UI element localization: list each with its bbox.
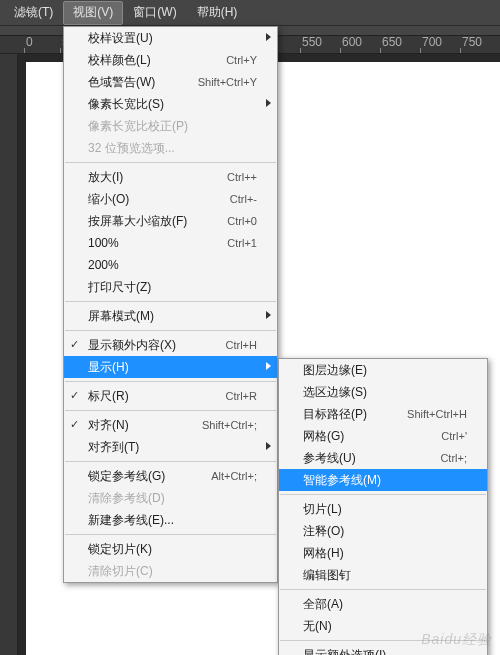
menu-item-label: 放大(I): [88, 169, 217, 186]
view-menu-item[interactable]: 屏幕模式(M): [64, 305, 277, 327]
menu-item-label: 校样设置(U): [88, 30, 257, 47]
view-menu-item[interactable]: 校样颜色(L)Ctrl+Y: [64, 49, 277, 71]
chevron-right-icon: [266, 33, 271, 41]
separator: [65, 330, 276, 331]
view-menu-item[interactable]: 像素长宽比(S): [64, 93, 277, 115]
menu-item-label: 参考线(U): [303, 450, 430, 467]
separator: [65, 381, 276, 382]
view-menu-item[interactable]: 缩小(O)Ctrl+-: [64, 188, 277, 210]
view-menu-item[interactable]: 200%: [64, 254, 277, 276]
view-menu-item[interactable]: ✓对齐(N)Shift+Ctrl+;: [64, 414, 277, 436]
show-menu-item[interactable]: 选区边缘(S): [279, 381, 487, 403]
view-menu-item[interactable]: 对齐到(T): [64, 436, 277, 458]
menu-help[interactable]: 帮助(H): [187, 1, 248, 25]
menu-item-label: 注释(O): [303, 523, 467, 540]
menu-item-label: 显示(H): [88, 359, 257, 376]
shortcut-label: Ctrl+': [441, 430, 467, 442]
menu-item-label: 200%: [88, 258, 257, 272]
menu-item-label: 打印尺寸(Z): [88, 279, 257, 296]
shortcut-label: Ctrl++: [227, 171, 257, 183]
shortcut-label: Ctrl+0: [227, 215, 257, 227]
menu-item-label: 锁定切片(K): [88, 541, 257, 558]
menu-item-label: 锁定参考线(G): [88, 468, 201, 485]
menu-view[interactable]: 视图(V): [63, 1, 123, 25]
menu-item-label: 清除切片(C): [88, 563, 257, 580]
show-menu-item[interactable]: 目标路径(P)Shift+Ctrl+H: [279, 403, 487, 425]
view-menu-item[interactable]: ✓显示额外内容(X)Ctrl+H: [64, 334, 277, 356]
view-menu-item[interactable]: 新建参考线(E)...: [64, 509, 277, 531]
chevron-right-icon: [266, 99, 271, 107]
show-menu-item[interactable]: 参考线(U)Ctrl+;: [279, 447, 487, 469]
ruler-vertical: [0, 54, 18, 655]
separator: [65, 162, 276, 163]
view-menu-item[interactable]: 100%Ctrl+1: [64, 232, 277, 254]
chevron-right-icon: [266, 311, 271, 319]
menu-item-label: 按屏幕大小缩放(F): [88, 213, 217, 230]
view-menu-item[interactable]: 打印尺寸(Z): [64, 276, 277, 298]
show-menu-item[interactable]: 智能参考线(M): [279, 469, 487, 491]
shortcut-label: Ctrl+;: [440, 452, 467, 464]
view-menu-item[interactable]: 锁定参考线(G)Alt+Ctrl+;: [64, 465, 277, 487]
shortcut-label: Shift+Ctrl+;: [202, 419, 257, 431]
menu-item-label: 智能参考线(M): [303, 472, 467, 489]
shortcut-label: Shift+Ctrl+H: [407, 408, 467, 420]
menu-item-label: 屏幕模式(M): [88, 308, 257, 325]
menu-item-label: 全部(A): [303, 596, 467, 613]
view-menu-item: 32 位预览选项...: [64, 137, 277, 159]
check-icon: ✓: [70, 338, 79, 351]
menu-item-label: 对齐(N): [88, 417, 192, 434]
menu-item-label: 像素长宽比校正(P): [88, 118, 257, 135]
view-menu-item[interactable]: 放大(I)Ctrl++: [64, 166, 277, 188]
menu-item-label: 标尺(R): [88, 388, 216, 405]
menu-window[interactable]: 窗口(W): [123, 1, 186, 25]
menu-item-label: 切片(L): [303, 501, 467, 518]
menu-item-label: 新建参考线(E)...: [88, 512, 257, 529]
view-menu-item[interactable]: 校样设置(U): [64, 27, 277, 49]
menu-item-label: 校样颜色(L): [88, 52, 216, 69]
view-menu-item: 像素长宽比校正(P): [64, 115, 277, 137]
watermark: Baidu经验: [421, 631, 492, 649]
menu-item-label: 对齐到(T): [88, 439, 257, 456]
show-menu-item[interactable]: 网格(G)Ctrl+': [279, 425, 487, 447]
show-submenu: 图层边缘(E)选区边缘(S)目标路径(P)Shift+Ctrl+H网格(G)Ct…: [278, 358, 488, 655]
shortcut-label: Ctrl+H: [226, 339, 257, 351]
separator: [65, 301, 276, 302]
menu-filter[interactable]: 滤镜(T): [4, 1, 63, 25]
separator: [65, 410, 276, 411]
menu-item-label: 缩小(O): [88, 191, 220, 208]
menu-item-label: 清除参考线(D): [88, 490, 257, 507]
shortcut-label: Ctrl+-: [230, 193, 257, 205]
chevron-right-icon: [266, 362, 271, 370]
show-menu-item[interactable]: 全部(A): [279, 593, 487, 615]
show-menu-item[interactable]: 图层边缘(E): [279, 359, 487, 381]
menu-item-label: 目标路径(P): [303, 406, 397, 423]
view-menu-item[interactable]: 色域警告(W)Shift+Ctrl+Y: [64, 71, 277, 93]
menu-item-label: 显示额外内容(X): [88, 337, 216, 354]
separator: [65, 461, 276, 462]
separator: [65, 534, 276, 535]
shortcut-label: Ctrl+Y: [226, 54, 257, 66]
show-menu-item[interactable]: 网格(H): [279, 542, 487, 564]
menu-item-label: 像素长宽比(S): [88, 96, 257, 113]
view-menu-item[interactable]: 显示(H): [64, 356, 277, 378]
menu-item-label: 网格(G): [303, 428, 431, 445]
show-menu-item[interactable]: 编辑图钉: [279, 564, 487, 586]
shortcut-label: Ctrl+R: [226, 390, 257, 402]
view-menu-item: 清除切片(C): [64, 560, 277, 582]
check-icon: ✓: [70, 418, 79, 431]
shortcut-label: Alt+Ctrl+;: [211, 470, 257, 482]
view-menu-item[interactable]: ✓标尺(R)Ctrl+R: [64, 385, 277, 407]
check-icon: ✓: [70, 389, 79, 402]
view-menu-item: 清除参考线(D): [64, 487, 277, 509]
menubar: 滤镜(T) 视图(V) 窗口(W) 帮助(H): [0, 0, 500, 26]
show-menu-item[interactable]: 注释(O): [279, 520, 487, 542]
shortcut-label: Shift+Ctrl+Y: [198, 76, 257, 88]
menu-item-label: 32 位预览选项...: [88, 140, 257, 157]
view-dropdown: 校样设置(U)校样颜色(L)Ctrl+Y色域警告(W)Shift+Ctrl+Y像…: [63, 26, 278, 583]
show-menu-item[interactable]: 切片(L): [279, 498, 487, 520]
view-menu-item[interactable]: 锁定切片(K): [64, 538, 277, 560]
chevron-right-icon: [266, 442, 271, 450]
view-menu-item[interactable]: 按屏幕大小缩放(F)Ctrl+0: [64, 210, 277, 232]
menu-item-label: 网格(H): [303, 545, 467, 562]
menu-item-label: 选区边缘(S): [303, 384, 467, 401]
